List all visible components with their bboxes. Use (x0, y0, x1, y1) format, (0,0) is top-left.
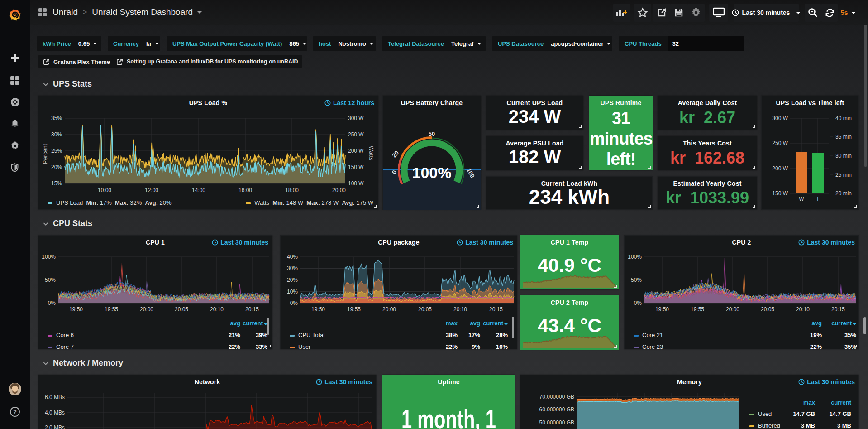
svg-text:50.000000 GB: 50.000000 GB (539, 419, 574, 426)
svg-text:70.000000 GB: 70.000000 GB (539, 394, 574, 400)
svg-text:?: ? (13, 409, 17, 415)
svg-text:40 min: 40 min (835, 115, 852, 121)
svg-text:10%: 10% (287, 289, 298, 295)
svg-text:20:10: 20:10 (796, 306, 810, 313)
svg-text:19:50: 19:50 (655, 306, 669, 313)
svg-text:20%: 20% (287, 277, 298, 283)
svg-text:60.000000 GB: 60.000000 GB (539, 406, 574, 413)
svg-text:250 W: 250 W (772, 140, 788, 146)
svg-text:200 W: 200 W (772, 165, 788, 172)
svg-text:19:55: 19:55 (691, 306, 704, 313)
svg-text:50: 50 (429, 130, 435, 137)
svg-text:30%: 30% (287, 265, 298, 271)
svg-text:T: T (816, 196, 820, 202)
svg-text:20:05: 20:05 (761, 306, 774, 313)
svg-text:4.0 MBs: 4.0 MBs (45, 410, 65, 416)
svg-text:W: W (799, 196, 804, 202)
svg-text:50%: 50% (631, 277, 642, 283)
svg-text:20:15: 20:15 (489, 306, 503, 313)
svg-text:20:00: 20:00 (726, 306, 739, 313)
svg-text:50%: 50% (45, 277, 56, 283)
svg-text:25 min: 25 min (835, 172, 852, 178)
svg-text:0%: 0% (48, 300, 56, 306)
svg-text:20:00: 20:00 (382, 306, 396, 313)
svg-text:19:50: 19:50 (311, 306, 325, 313)
svg-text:100%: 100% (412, 164, 452, 181)
svg-text:20:05: 20:05 (175, 306, 188, 313)
svg-text:19:55: 19:55 (347, 306, 361, 313)
svg-text:0%: 0% (634, 300, 642, 306)
svg-text:19:50: 19:50 (69, 306, 83, 313)
svg-text:30 min: 30 min (835, 153, 852, 159)
svg-text:20:15: 20:15 (245, 306, 259, 313)
svg-text:20:05: 20:05 (418, 306, 432, 313)
svg-text:35 min: 35 min (835, 134, 852, 140)
svg-text:150 W: 150 W (772, 190, 788, 197)
svg-text:20:10: 20:10 (453, 306, 467, 313)
svg-text:2.0 MBs: 2.0 MBs (45, 424, 65, 429)
svg-text:20 min: 20 min (835, 190, 852, 197)
svg-text:0%: 0% (290, 300, 298, 306)
svg-text:6.0 MBs: 6.0 MBs (45, 394, 65, 400)
svg-text:20:15: 20:15 (831, 306, 845, 313)
svg-text:20:10: 20:10 (210, 306, 224, 313)
svg-text:100%: 100% (628, 254, 642, 260)
svg-text:20: 20 (391, 149, 400, 159)
svg-text:40%: 40% (287, 254, 298, 260)
svg-text:20:00: 20:00 (140, 306, 153, 313)
svg-text:19:55: 19:55 (105, 306, 118, 313)
svg-text:300 W: 300 W (772, 115, 788, 121)
svg-text:100%: 100% (42, 254, 56, 260)
